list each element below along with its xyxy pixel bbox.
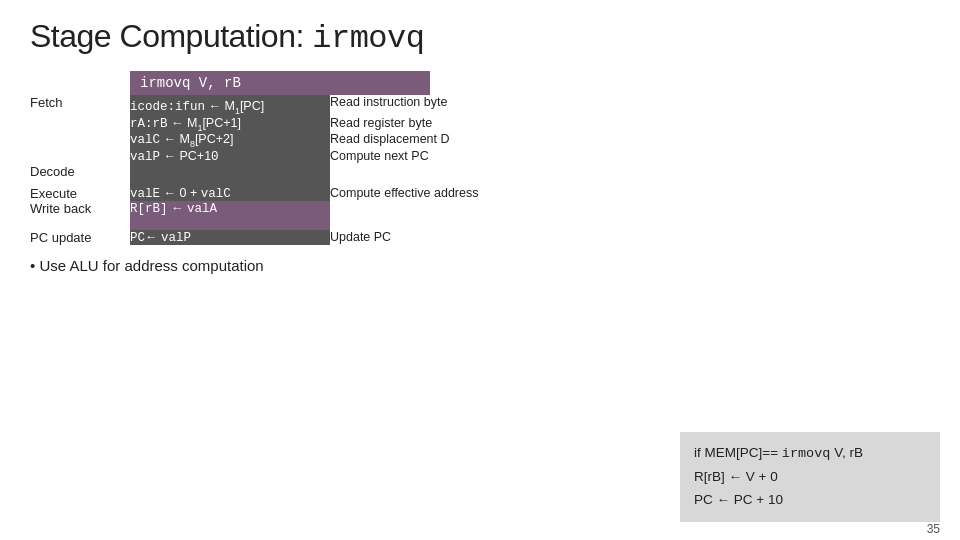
page-number: 35	[927, 522, 940, 536]
pcupdate-desc: Update PC	[330, 230, 530, 245]
table-row: Fetch icode:ifun ← M1[PC] Read instructi…	[30, 95, 530, 116]
table-row: Execute valE ← 0 + valC Compute effectiv…	[30, 186, 530, 201]
bottom-line-2-text: R[rB] ← V + 0	[694, 469, 778, 484]
fetch-label: Fetch	[30, 95, 130, 164]
fetch-row-4-desc: Compute next PC	[330, 149, 530, 164]
pcupdate-label: PC update	[30, 230, 130, 245]
execute-content: valE ← 0 + valC	[130, 186, 330, 201]
fetch-row-4-content: valP ← PC+10	[130, 149, 330, 164]
fetch-row-3-content: valC ← M8[PC+2]	[130, 132, 330, 149]
stage-table: Fetch icode:ifun ← M1[PC] Read instructi…	[30, 95, 530, 245]
page-title: Stage Computation: irmovq	[30, 18, 930, 57]
fetch-row-3-desc: Read displacement D	[330, 132, 530, 149]
writeback-content: R[rB] ← valA	[130, 201, 330, 216]
bottom-line-3-text: PC ← PC + 10	[694, 492, 783, 507]
execute-desc: Compute effective address	[330, 186, 530, 201]
pcupdate-content: PC← valP	[130, 230, 330, 245]
content-area: irmovq V, rB Fetch icode:ifun ← M1[PC] R…	[30, 71, 930, 274]
execute-label: Execute	[30, 186, 130, 201]
bullet-text: Use ALU for address computation	[39, 257, 263, 274]
bottom-line-3: PC ← PC + 10	[694, 489, 922, 512]
table-row: Decode	[30, 164, 530, 186]
bullet-section: • Use ALU for address computation	[30, 257, 530, 274]
decode-content	[130, 164, 330, 186]
fetch-row-1-content: icode:ifun ← M1[PC]	[130, 95, 330, 116]
table-row: PC update PC← valP Update PC	[30, 230, 530, 245]
title-prefix: Stage Computation:	[30, 18, 312, 54]
decode-label: Decode	[30, 164, 130, 186]
instruction-header: irmovq V, rB	[130, 71, 430, 95]
bottom-right-box: if MEM[PC]== irmovq V, rB R[rB] ← V + 0 …	[680, 432, 940, 522]
table-row: Write back R[rB] ← valA	[30, 201, 530, 216]
writeback-empty	[130, 216, 330, 230]
fetch-row-2-desc: Read register byte	[330, 116, 530, 133]
fetch-row-1-desc: Read instruction byte	[330, 95, 530, 116]
fetch-row-2-content: rA:rB ← M1[PC+1]	[130, 116, 330, 133]
bottom-line-2: R[rB] ← V + 0	[694, 466, 922, 489]
bottom-line-1: if MEM[PC]== irmovq V, rB	[694, 442, 922, 466]
page: Stage Computation: irmovq irmovq V, rB F…	[0, 0, 960, 284]
table-section: irmovq V, rB Fetch icode:ifun ← M1[PC] R…	[30, 71, 530, 274]
title-mono: irmovq	[312, 20, 424, 57]
writeback-label: Write back	[30, 201, 130, 230]
